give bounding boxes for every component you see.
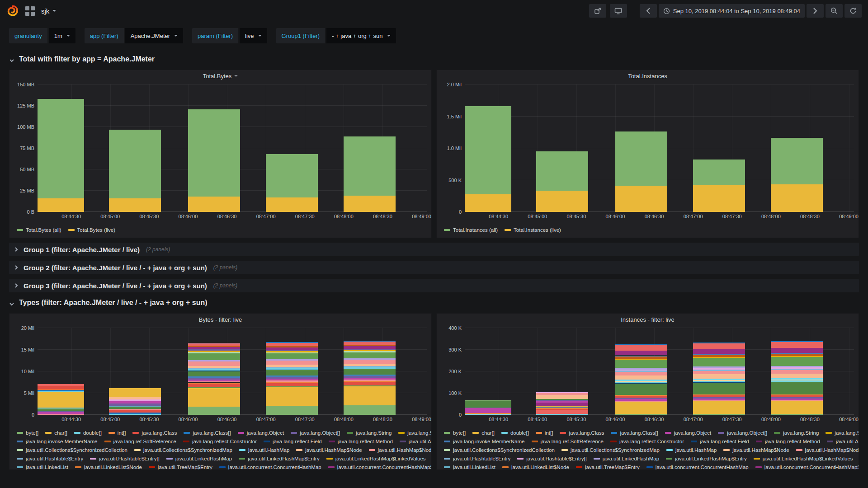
legend-item[interactable]: int[] xyxy=(108,430,126,436)
legend-item[interactable]: java.lang.String[] xyxy=(398,430,431,436)
legend-item[interactable]: java.lang.String xyxy=(347,430,392,436)
legend-row: java.util.LinkedListjava.util.LinkedList… xyxy=(444,463,859,470)
refresh-button[interactable] xyxy=(844,4,862,18)
legend-item[interactable]: java.util.Collections$SynchronizedCollec… xyxy=(17,447,127,453)
row-header-types[interactable]: Types (filter: Apache.JMeter / live / - … xyxy=(9,299,859,310)
legend-item[interactable]: java.util.Hashtable$Entry[] xyxy=(90,456,160,461)
legend-item[interactable]: java.util.HashMap$Node[] xyxy=(796,447,859,453)
legend-item[interactable]: java.util.HashMap$Node[] xyxy=(369,447,431,453)
legend-item[interactable]: java.util.HashMap xyxy=(239,447,289,453)
legend-item[interactable]: java.lang.Object xyxy=(665,430,711,436)
x-axis-label: 08:44:30 xyxy=(489,417,508,422)
legend-item[interactable]: java.util.Collections$SynchronizedCollec… xyxy=(444,447,555,453)
legend-item[interactable]: java.util.HashMap xyxy=(666,447,717,453)
legend: byte[]char[]double[]int[]java.lang.Class… xyxy=(17,428,431,470)
legend-item[interactable]: java.lang.String xyxy=(774,430,819,436)
legend-item[interactable]: java.util.LinkedList$Node xyxy=(75,465,142,470)
legend-label: java.util.TreeMap$Entry xyxy=(585,465,640,470)
legend-item[interactable]: java.util.HashMap$Node xyxy=(723,447,789,453)
grafana-logo-icon[interactable] xyxy=(6,5,19,17)
time-back-button[interactable] xyxy=(640,4,657,18)
variable-value-dropdown[interactable]: live xyxy=(240,28,267,43)
dashboards-grid-icon[interactable] xyxy=(25,6,35,16)
legend-item[interactable]: java.util.ArrayList xyxy=(400,439,431,444)
legend-item[interactable]: java.lang.reflect.Method xyxy=(756,439,820,444)
legend-item[interactable]: java.lang.reflect.Field xyxy=(264,439,322,444)
legend-item[interactable]: java.lang.reflect.Constructor xyxy=(610,439,684,444)
legend-item[interactable]: java.lang.Class[] xyxy=(184,430,231,436)
panel-title[interactable]: Instances - filter: live xyxy=(437,314,859,325)
variable-value-dropdown[interactable]: Apache.JMeter xyxy=(125,28,183,43)
tv-mode-button[interactable] xyxy=(610,4,627,18)
row-header-group3[interactable]: Group 3 (filter: Apache.JMeter / live / … xyxy=(9,279,859,292)
legend-item[interactable]: java.util.Hashtable$Entry xyxy=(444,456,510,461)
legend-item[interactable]: java.util.TreeMap$Entry xyxy=(576,465,640,470)
legend-item[interactable]: Total.Bytes (all) xyxy=(17,227,61,233)
variable-value-dropdown[interactable]: - + java + org + sun xyxy=(326,28,396,43)
graph-area: 20 Mil15 Mil10 Mil5 Mil0 xyxy=(9,325,431,415)
legend-item[interactable]: java.util.LinkedHashMap xyxy=(166,456,232,461)
legend-item[interactable]: java.lang.String[] xyxy=(826,430,859,436)
legend-item[interactable]: java.util.Hashtable$Entry xyxy=(17,456,83,461)
legend-item[interactable]: java.util.LinkedHashMap$LinkedValues xyxy=(754,456,853,461)
legend-item[interactable]: java.lang.reflect.Field xyxy=(691,439,749,444)
legend-item[interactable]: java.lang.Class xyxy=(560,430,604,436)
legend-item[interactable]: Total.Instances (live) xyxy=(505,227,561,233)
legend-item[interactable]: java.util.LinkedList$Node xyxy=(502,465,569,470)
zoom-out-button[interactable] xyxy=(826,4,843,18)
legend-item[interactable]: Total.Bytes (live) xyxy=(68,227,115,233)
row-header-group1[interactable]: Group 1 (filter: Apache.JMeter / live) (… xyxy=(9,243,859,256)
legend-item[interactable]: java.util.TreeMap$Entry xyxy=(149,465,212,470)
legend-item[interactable]: java.lang.reflect.Method xyxy=(329,439,393,444)
legend-item[interactable]: java.util.Collections$SynchronizedMap xyxy=(134,447,232,453)
row-header-group2[interactable]: Group 2 (filter: Apache.JMeter / live / … xyxy=(9,261,859,274)
legend-item[interactable]: java.lang.ref.SoftReference xyxy=(532,439,604,444)
dashboard-title-menu[interactable]: sjk xyxy=(41,7,56,15)
legend-item[interactable]: java.lang.Class xyxy=(132,430,177,436)
legend-item[interactable]: java.util.HashMap$Node xyxy=(296,447,362,453)
legend-item[interactable]: java.lang.Object[] xyxy=(718,430,767,436)
legend-item[interactable]: double[] xyxy=(74,430,102,436)
variable-value-dropdown[interactable]: 1m xyxy=(49,28,75,43)
bar-segment xyxy=(266,353,318,359)
legend-item[interactable]: java.util.concurrent.ConcurrentHashMap$N… xyxy=(755,465,859,470)
legend-item[interactable]: java.lang.reflect.Constructor xyxy=(183,439,257,444)
legend-item[interactable]: java.util.LinkedList xyxy=(444,465,495,470)
bar-series-fill xyxy=(771,184,823,212)
legend-item[interactable]: java.util.ArrayList xyxy=(827,439,859,444)
bar-segment xyxy=(266,343,318,347)
time-range-button[interactable]: Sep 10, 2019 08:44:04 to Sep 10, 2019 08… xyxy=(659,4,805,18)
legend-item[interactable]: java.util.LinkedHashMap$LinkedValues xyxy=(326,456,426,461)
panel-title[interactable]: Total.Instances xyxy=(437,70,859,82)
share-button[interactable] xyxy=(589,4,606,18)
row-header-total[interactable]: Total with filter by app = Apache.JMeter xyxy=(9,55,859,66)
legend-item[interactable]: java.util.LinkedHashMap$Entry xyxy=(239,456,320,461)
caret-down-icon xyxy=(66,35,70,37)
legend-item[interactable]: char[] xyxy=(472,430,495,436)
panel-title[interactable]: Total.Bytes xyxy=(9,70,431,82)
legend-item[interactable]: java.util.Collections$SynchronizedMap xyxy=(561,447,660,453)
legend-item[interactable]: byte[] xyxy=(444,430,466,436)
legend-item[interactable]: java.util.LinkedHashMap$Entry xyxy=(666,456,747,461)
legend-item[interactable]: byte[] xyxy=(17,430,38,436)
legend-item[interactable]: double[] xyxy=(501,430,529,436)
legend-item[interactable]: java.lang.ref.SoftReference xyxy=(104,439,176,444)
legend-item[interactable]: java.util.LinkedList xyxy=(17,465,68,470)
legend-item[interactable]: java.util.LinkedHashMap xyxy=(594,456,659,461)
legend-item[interactable]: java.lang.Class[] xyxy=(611,430,658,436)
variable-value: 1m xyxy=(54,33,62,39)
legend-item[interactable]: java.lang.Object[] xyxy=(291,430,340,436)
bar-segment xyxy=(615,368,667,370)
legend-item[interactable]: java.util.concurrent.ConcurrentHashMap$N… xyxy=(328,465,431,470)
legend-item[interactable]: java.lang.invoke.MemberName xyxy=(444,439,525,444)
panel-title[interactable]: Bytes - filter: live xyxy=(9,314,431,325)
legend-item[interactable]: java.lang.invoke.MemberName xyxy=(17,439,98,444)
legend-item[interactable]: int[] xyxy=(536,430,553,436)
legend-item[interactable]: java.util.concurrent.ConcurrentHashMap xyxy=(219,465,321,470)
legend-item[interactable]: Total.Instances (all) xyxy=(444,227,498,233)
legend-item[interactable]: java.util.concurrent.ConcurrentHashMap xyxy=(646,465,749,470)
legend-item[interactable]: java.util.Hashtable$Entry[] xyxy=(517,456,587,461)
legend-item[interactable]: char[] xyxy=(45,430,67,436)
time-forward-button[interactable] xyxy=(807,4,824,18)
legend-item[interactable]: java.lang.Object xyxy=(238,430,284,436)
